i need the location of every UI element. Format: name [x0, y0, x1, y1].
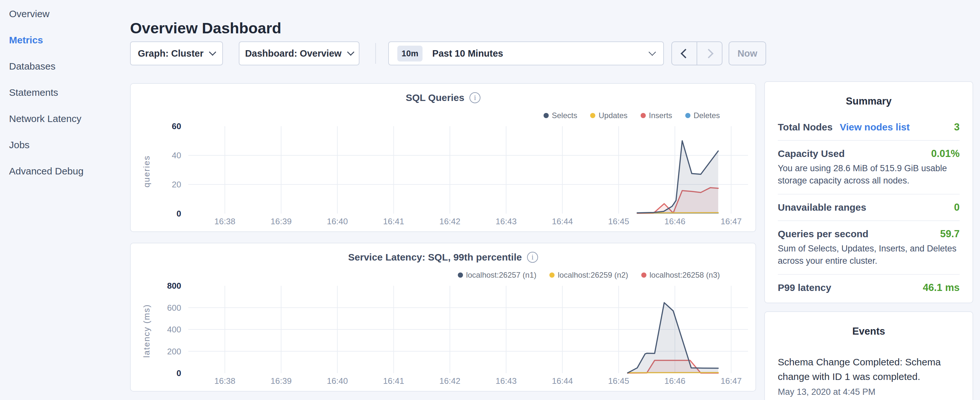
svg-text:16:39: 16:39 [270, 217, 291, 226]
now-button[interactable]: Now [729, 41, 766, 65]
svg-text:16:40: 16:40 [327, 217, 348, 226]
svg-text:16:45: 16:45 [608, 217, 629, 226]
svg-text:20: 20 [172, 180, 181, 189]
legend-dot-icon [549, 273, 555, 278]
chevron-down-icon [649, 49, 656, 56]
chart-title: Service Latency: SQL, 99th percentile [348, 252, 522, 263]
dashboard-dropdown-label: Dashboard: Overview [245, 48, 341, 59]
legend-item[interactable]: localhost:26257 (n1) [458, 271, 536, 280]
legend-label: localhost:26259 (n2) [558, 271, 628, 280]
legend-item[interactable]: Deletes [685, 111, 720, 120]
sql-queries-plot[interactable]: 16:3816:3916:4016:4116:4216:4316:4416:45… [156, 121, 751, 228]
summary-row: Queries per second59.7Sum of Selects, Up… [778, 228, 959, 267]
summary-panel: Summary Total NodesView nodes list3Capac… [764, 81, 973, 303]
summary-row-value: 3 [954, 121, 959, 133]
legend-item[interactable]: Selects [544, 111, 578, 120]
sql-queries-chart-card: SQL Queries i SelectsUpdatesInsertsDelet… [130, 83, 756, 232]
svg-text:16:44: 16:44 [552, 217, 573, 226]
chevron-left-icon [680, 49, 690, 58]
svg-text:16:43: 16:43 [496, 217, 517, 226]
svg-text:16:43: 16:43 [496, 376, 517, 386]
chart-legend: localhost:26257 (n1)localhost:26259 (n2)… [458, 271, 720, 280]
summary-row: P99 latency46.1 ms [778, 282, 959, 293]
graph-source-dropdown[interactable]: Graph: Cluster [130, 41, 223, 65]
svg-text:16:42: 16:42 [439, 217, 460, 226]
summary-divider [778, 274, 959, 275]
legend-label: Inserts [649, 111, 672, 120]
sidebar-item-metrics[interactable]: Metrics [0, 27, 130, 53]
summary-row-value: 0 [954, 202, 959, 213]
svg-text:16:42: 16:42 [439, 376, 460, 386]
legend-item[interactable]: localhost:26259 (n2) [549, 271, 628, 280]
service-latency-chart-card: Service Latency: SQL, 99th percentile i … [130, 243, 756, 392]
svg-text:800: 800 [167, 281, 181, 291]
summary-row-label: Unavailable ranges [778, 202, 866, 213]
sidebar-item-advanced-debug[interactable]: Advanced Debug [0, 158, 130, 184]
legend-label: Selects [552, 111, 578, 120]
legend-item[interactable]: localhost:26258 (n3) [641, 271, 720, 280]
summary-divider [778, 140, 959, 141]
sidebar-item-statements[interactable]: Statements [0, 79, 130, 105]
svg-text:16:39: 16:39 [270, 376, 291, 386]
summary-row-label: Queries per second [778, 228, 869, 239]
sidebar-item-network-latency[interactable]: Network Latency [0, 105, 130, 132]
sidebar-item-databases[interactable]: Databases [0, 53, 130, 79]
events-panel: Events Schema Change Completed: Schema c… [764, 311, 973, 400]
svg-text:0: 0 [177, 209, 181, 218]
summary-row-description: Sum of Selects, Updates, Inserts, and De… [778, 242, 959, 267]
y-axis-label: queries [140, 132, 154, 210]
info-icon[interactable]: i [527, 252, 538, 263]
legend-label: localhost:26257 (n1) [466, 271, 536, 280]
svg-text:60: 60 [172, 121, 181, 131]
view-nodes-list-link[interactable]: View nodes list [840, 122, 910, 133]
svg-text:16:44: 16:44 [552, 376, 573, 386]
chevron-down-icon [347, 49, 354, 56]
event-message: Schema Change Completed: Schema change w… [778, 355, 959, 384]
svg-text:16:47: 16:47 [721, 376, 741, 386]
legend-label: Updates [598, 111, 627, 120]
service-latency-plot[interactable]: 16:3816:3916:4016:4116:4216:4316:4416:45… [156, 281, 751, 388]
legend-dot-icon [641, 113, 646, 118]
legend-item[interactable]: Updates [590, 111, 627, 120]
svg-text:600: 600 [167, 303, 181, 312]
dashboard-dropdown[interactable]: Dashboard: Overview [239, 41, 360, 65]
metrics-page: OverviewMetricsDatabasesStatementsNetwor… [0, 0, 980, 400]
page-title: Overview Dashboard [130, 19, 282, 37]
chevron-down-icon [209, 49, 216, 56]
summary-row: Unavailable ranges0 [778, 202, 959, 213]
summary-row-label: Total Nodes [778, 122, 832, 133]
y-axis-label: latency (ms) [140, 292, 154, 370]
chart-legend: SelectsUpdatesInsertsDeletes [544, 111, 720, 120]
legend-item[interactable]: Inserts [641, 111, 672, 120]
svg-text:16:38: 16:38 [214, 217, 235, 226]
time-step-forward-button[interactable] [697, 42, 722, 65]
svg-text:16:38: 16:38 [214, 376, 235, 386]
info-icon[interactable]: i [469, 92, 480, 103]
event-timestamp: May 13, 2020 at 4:45 PM [778, 387, 959, 397]
graph-source-dropdown-label: Graph: Cluster [138, 48, 204, 59]
sidebar-item-jobs[interactable]: Jobs [0, 132, 130, 158]
summary-title: Summary [765, 96, 972, 107]
summary-row-value: 0.01% [931, 148, 959, 159]
legend-dot-icon [641, 273, 646, 278]
summary-row-value: 46.1 ms [923, 282, 959, 293]
summary-divider [778, 220, 959, 221]
svg-text:16:47: 16:47 [721, 217, 741, 226]
legend-dot-icon [458, 273, 463, 278]
svg-text:16:41: 16:41 [383, 217, 404, 226]
time-range-dropdown[interactable]: 10m Past 10 Minutes [388, 41, 664, 65]
sidebar-item-overview[interactable]: Overview [0, 1, 130, 27]
legend-label: Deletes [694, 111, 720, 120]
summary-divider [778, 194, 959, 194]
svg-text:16:45: 16:45 [608, 376, 629, 386]
sidebar-nav: OverviewMetricsDatabasesStatementsNetwor… [0, 0, 130, 400]
summary-row-label: Capacity Used [778, 148, 845, 159]
svg-text:400: 400 [167, 325, 181, 334]
summary-body: Total NodesView nodes list3Capacity Used… [765, 121, 972, 293]
summary-row: Total NodesView nodes list3 [778, 121, 959, 133]
svg-text:16:46: 16:46 [664, 376, 685, 386]
chart-title: SQL Queries [406, 92, 464, 103]
summary-row-value: 59.7 [940, 228, 959, 240]
time-step-back-button[interactable] [672, 42, 697, 65]
svg-text:16:46: 16:46 [664, 217, 685, 226]
